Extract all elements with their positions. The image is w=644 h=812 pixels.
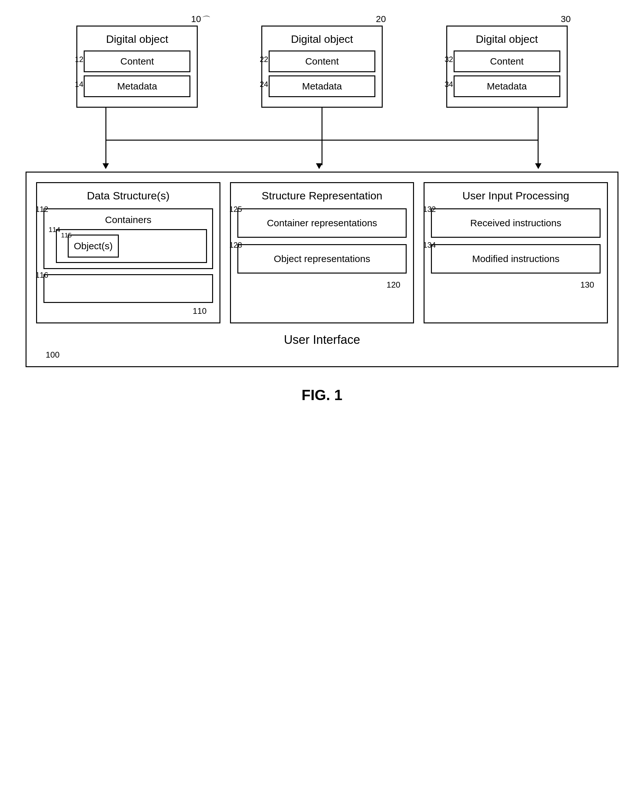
id-132: 132 <box>423 205 436 214</box>
id-100-wrapper: 100 <box>46 350 608 360</box>
data-structures-title: Data Structure(s) <box>43 189 213 202</box>
containers-label: Containers <box>50 214 207 225</box>
id-115: 115 <box>61 232 72 239</box>
connections-area <box>45 108 599 172</box>
top-row: 10 ⌒ Digital object 12 Content 14 Metada… <box>26 26 618 108</box>
arrow-down-left <box>105 140 107 165</box>
containers-box: 112 Containers 114 115 Object(s) <box>43 208 213 269</box>
container-representations-box: 125 Container representations <box>238 208 407 238</box>
vert-connector-30 <box>537 108 539 140</box>
data-structures-column: Data Structure(s) 112 Containers 114 115… <box>36 182 221 324</box>
id-128: 128 <box>229 241 242 250</box>
diagram-container: 10 ⌒ Digital object 12 Content 14 Metada… <box>26 13 618 786</box>
id-34: 34 <box>445 80 453 89</box>
id-112: 112 <box>35 205 48 214</box>
digital-object-30: 30 Digital object 32 Content 34 Metadata <box>446 26 568 108</box>
main-ui-box: Data Structure(s) 112 Containers 114 115… <box>26 172 618 367</box>
id-22: 22 <box>260 55 268 64</box>
id-30: 30 <box>560 14 571 24</box>
id-120-wrapper: 120 <box>238 280 407 290</box>
content-box-30: Content <box>454 50 560 72</box>
digital-object-10: 10 ⌒ Digital object 12 Content 14 Metada… <box>76 26 198 108</box>
id-14: 14 <box>75 80 84 89</box>
structure-representation-column: Structure Representation 125 Container r… <box>230 182 414 324</box>
id-100: 100 <box>46 350 59 360</box>
id-12: 12 <box>75 55 84 64</box>
id-116: 116 <box>35 271 48 279</box>
id-20: 20 <box>376 14 386 24</box>
empty-container-box: 116 <box>43 274 213 303</box>
inner-containers-box: 114 115 Object(s) <box>56 229 207 263</box>
structure-rep-title: Structure Representation <box>238 189 407 202</box>
digital-object-box-10: Digital object 12 Content 14 Metadata <box>76 26 198 108</box>
content-box-20: Content <box>269 50 375 72</box>
id-110: 110 <box>193 306 206 316</box>
arrowhead-left <box>102 163 109 169</box>
columns-row: Data Structure(s) 112 Containers 114 115… <box>36 182 608 324</box>
id-10: 10 <box>191 14 201 24</box>
metadata-box-30: Metadata <box>454 75 560 97</box>
curve-10: ⌒ <box>200 14 209 26</box>
modified-instructions-label: Modified instructions <box>472 253 559 264</box>
digital-object-title-10: Digital object <box>84 33 190 45</box>
id-32: 32 <box>445 55 453 64</box>
object-representations-box: 128 Object representations <box>238 244 407 273</box>
arrowhead-right <box>535 163 542 169</box>
digital-object-box-30: Digital object 32 Content 34 Metadata <box>446 26 568 108</box>
user-input-title: User Input Processing <box>431 189 601 202</box>
received-instructions-label: Received instructions <box>470 218 561 228</box>
id-120: 120 <box>387 280 400 290</box>
received-instructions-box: 132 Received instructions <box>431 208 601 238</box>
id-125: 125 <box>229 205 242 214</box>
id-110-wrapper: 110 <box>43 306 213 316</box>
modified-instructions-box: 134 Modified instructions <box>431 244 601 273</box>
user-interface-label: User Interface <box>36 333 608 347</box>
vert-connector-20 <box>322 108 323 140</box>
objects-box: 115 Object(s) <box>68 235 119 258</box>
digital-object-box-20: Digital object 22 Content 24 Metadata <box>261 26 383 108</box>
arrow-down-center <box>322 140 323 165</box>
id-114: 114 <box>49 226 60 234</box>
digital-object-title-20: Digital object <box>269 33 375 45</box>
arrow-down-right <box>537 140 539 165</box>
objects-label: Object(s) <box>74 241 113 251</box>
content-box-10: Content <box>84 50 190 72</box>
id-24: 24 <box>260 80 268 89</box>
vert-connector-10 <box>105 108 107 140</box>
metadata-box-20: Metadata <box>269 75 375 97</box>
object-representations-label: Object representations <box>274 253 370 264</box>
user-input-processing-column: User Input Processing 132 Received instr… <box>423 182 608 324</box>
metadata-box-10: Metadata <box>84 75 190 97</box>
digital-object-20: 20 Digital object 22 Content 24 Metadata <box>261 26 383 108</box>
container-representations-label: Container representations <box>267 218 377 228</box>
id-130-wrapper: 130 <box>431 280 601 290</box>
figure-label: FIG. 1 <box>26 386 618 404</box>
id-134: 134 <box>423 241 436 250</box>
digital-object-title-30: Digital object <box>454 33 560 45</box>
id-130: 130 <box>580 280 594 290</box>
arrowhead-center <box>316 163 322 169</box>
